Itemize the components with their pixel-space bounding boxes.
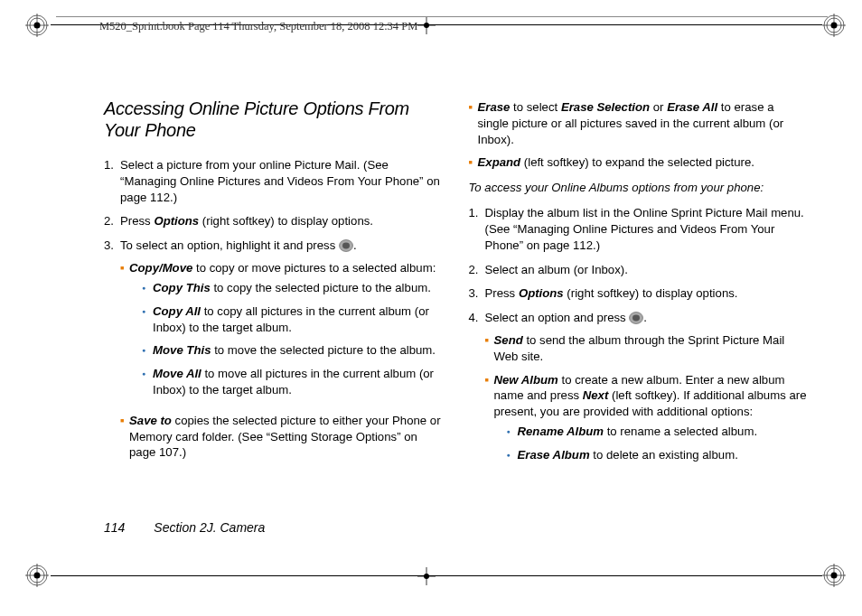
svg-point-29 xyxy=(632,315,640,322)
step-number: 1. xyxy=(469,205,485,253)
registration-mark-icon xyxy=(25,14,49,37)
sub-option-item: Copy This to copy the selected picture t… xyxy=(142,280,444,296)
registration-mark-icon xyxy=(25,564,49,587)
crop-line xyxy=(51,575,822,576)
step-number: 3. xyxy=(104,238,120,468)
step-number: 4. xyxy=(469,310,485,478)
step-text: Press Options (right softkey) to display… xyxy=(485,285,809,302)
option-item: New Album to create a new album. Enter a… xyxy=(485,372,809,471)
header-rule xyxy=(56,16,828,17)
step-item: 1. Select a picture from your online Pic… xyxy=(104,157,444,205)
step-text: Select a picture from your online Pictur… xyxy=(120,157,444,205)
registration-mark-icon xyxy=(822,564,846,587)
sub-option-item: Move This to move the selected picture t… xyxy=(142,342,444,359)
step-item: 2. Press Options (right softkey) to disp… xyxy=(104,213,444,229)
step-item: 3. To select an option, highlight it and… xyxy=(104,238,444,468)
step-item: 3. Press Options (right softkey) to disp… xyxy=(469,285,809,302)
page-title: Accessing Online Picture Options From Yo… xyxy=(104,98,444,141)
step-item: 4. Select an option and press . Send to … xyxy=(469,310,809,478)
left-column: Accessing Online Picture Options From Yo… xyxy=(104,98,444,486)
option-item: Send to send the album through the Sprin… xyxy=(485,332,809,365)
right-column: Erase to select Erase Selection or Erase… xyxy=(469,98,809,486)
crop-mark-icon xyxy=(417,567,436,585)
step-number: 3. xyxy=(469,285,485,302)
step-item: 2. Select an album (or Inbox). xyxy=(469,262,809,278)
step-number: 2. xyxy=(469,262,485,278)
step-number: 1. xyxy=(104,157,120,205)
step-number: 2. xyxy=(104,213,120,229)
page-number: 114 xyxy=(104,520,125,535)
ok-button-icon xyxy=(339,239,353,257)
svg-point-25 xyxy=(424,574,429,579)
step-item: 1. Display the album list in the Online … xyxy=(469,205,809,253)
step-text: Display the album list in the Online Spr… xyxy=(485,205,809,253)
page-footer: 114 Section 2J. Camera xyxy=(104,520,265,535)
section-label: Section 2J. Camera xyxy=(154,520,265,535)
option-item: Erase to select Erase Selection or Erase… xyxy=(469,99,809,147)
step-text: Press Options (right softkey) to display… xyxy=(120,213,444,229)
step-text: To select an option, highlight it and pr… xyxy=(120,238,444,468)
crop-mark-icon xyxy=(417,16,436,34)
option-item: Expand (left softkey) to expand the sele… xyxy=(469,154,809,171)
page-body: Accessing Online Picture Options From Yo… xyxy=(104,98,808,562)
step-text: Select an option and press . Send to sen… xyxy=(485,310,809,478)
sub-option-item: Rename Album to rename a selected album. xyxy=(507,424,809,440)
crop-header-text: M520_Sprint.book Page 114 Thursday, Sept… xyxy=(99,20,417,33)
sub-option-item: Move All to move all pictures in the cur… xyxy=(142,366,444,398)
step-text: Select an album (or Inbox). xyxy=(485,262,809,278)
ok-button-icon xyxy=(629,312,643,329)
section-subtitle: To access your Online Albums options fro… xyxy=(469,180,809,196)
sub-option-item: Erase Album to delete an existing album. xyxy=(507,447,809,463)
option-item: Copy/Move to copy or move pictures to a … xyxy=(120,260,444,406)
svg-point-22 xyxy=(424,23,429,28)
option-item: Save to copies the selected picture to e… xyxy=(120,413,444,461)
svg-point-27 xyxy=(342,243,350,249)
sub-option-item: Copy All to copy all pictures in the cur… xyxy=(142,303,444,336)
